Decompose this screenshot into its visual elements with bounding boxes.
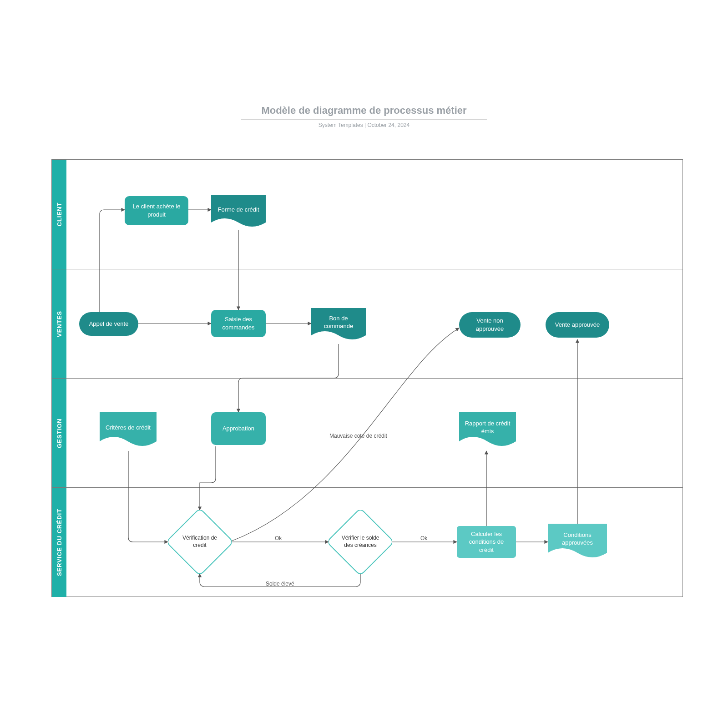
swimlane-pool: CLIENT VENTES GESTION SERVICE DU CRÉDIT xyxy=(51,159,683,597)
lane-header-client: CLIENT xyxy=(52,160,66,269)
lane-header-credit: SERVICE DU CRÉDIT xyxy=(52,488,66,597)
lane-header-ventes: VENTES xyxy=(52,269,66,379)
edge-label-bad-credit: Mauvaise cote de crédit xyxy=(329,433,387,439)
node-credit-criteria[interactable]: Critères de crédit xyxy=(100,412,157,450)
node-sale-approved[interactable]: Vente approuvée xyxy=(546,312,609,338)
edge-label-high-balance: Solde élevé xyxy=(266,581,294,587)
node-calculate-terms[interactable]: Calculer les conditions de crédit xyxy=(457,526,516,558)
diagram-subtitle: System Templates | October 24, 2024 xyxy=(0,122,728,128)
node-sales-call[interactable]: Appel de vente xyxy=(79,312,138,336)
node-credit-form[interactable]: Forme de crédit xyxy=(211,195,266,231)
diagram-title: Modèle de diagramme de processus métier xyxy=(241,105,487,120)
node-credit-check[interactable]: Vérification de crédit xyxy=(168,510,232,574)
node-terms-approved[interactable]: Conditions approuvées xyxy=(548,524,607,561)
edge-label-ok2: Ok xyxy=(420,535,427,541)
node-purchase-order[interactable]: Bon de commande xyxy=(311,308,366,344)
node-client-buys[interactable]: Le client achète le produit xyxy=(125,196,188,225)
node-balance-check[interactable]: Vérifier le solde des créances xyxy=(329,510,392,574)
edge-label-ok1: Ok xyxy=(275,535,282,541)
node-order-entry[interactable]: Saisie des commandes xyxy=(211,310,266,337)
node-credit-report[interactable]: Rapport de crédit émis xyxy=(459,412,516,450)
node-sale-not-approved[interactable]: Vente non approuvée xyxy=(459,312,521,338)
lane-header-gestion: GESTION xyxy=(52,379,66,488)
node-approval[interactable]: Approbation xyxy=(211,412,266,445)
